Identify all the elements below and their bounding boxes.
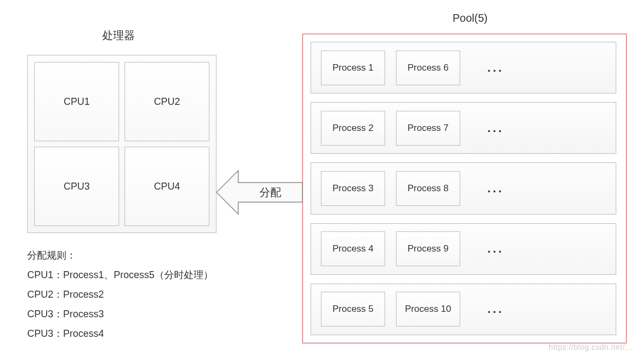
- pool-slot: Process 5 Process 10 ...: [311, 284, 616, 335]
- pool-slot: Process 1 Process 6 ...: [311, 42, 616, 93]
- cpu-container: CPU1 CPU2 CPU3 CPU4: [27, 55, 216, 233]
- cpu-cell: CPU3: [34, 147, 119, 226]
- rules-line: CPU3：Process4: [27, 324, 213, 343]
- watermark-text: https://blog.csdn.net/...: [549, 343, 632, 351]
- rules-line: CPU3：Process3: [27, 304, 213, 324]
- cpu-cell: CPU4: [125, 147, 209, 226]
- cpu-cell: CPU2: [125, 62, 209, 141]
- pool-container: Process 1 Process 6 ... Process 2 Proces…: [302, 34, 627, 343]
- rules-line: CPU2：Process2: [27, 285, 213, 304]
- process-cell: Process 2: [321, 111, 385, 146]
- process-cell: Process 4: [321, 231, 385, 266]
- cpu-cell: CPU1: [34, 62, 119, 141]
- pool-slot: Process 3 Process 8 ...: [311, 162, 616, 214]
- ellipsis-icon: ...: [487, 242, 504, 256]
- ellipsis-icon: ...: [487, 302, 504, 316]
- arrow-label: 分配: [259, 185, 281, 200]
- process-cell: Process 1: [321, 51, 385, 85]
- process-cell: Process 10: [396, 292, 460, 326]
- process-cell: Process 6: [396, 51, 460, 85]
- pool-section-title: Pool(5): [453, 12, 487, 24]
- rules-heading: 分配规则：: [27, 246, 213, 265]
- process-cell: Process 9: [396, 231, 460, 266]
- process-cell: Process 5: [321, 292, 385, 326]
- rules-line: CPU1：Process1、Process5（分时处理）: [27, 265, 213, 285]
- ellipsis-icon: ...: [487, 181, 504, 196]
- pool-slot: Process 4 Process 9 ...: [311, 223, 616, 275]
- assignment-arrow: 分配: [216, 165, 304, 219]
- process-cell: Process 3: [321, 171, 385, 206]
- process-cell: Process 8: [396, 171, 460, 206]
- ellipsis-icon: ...: [487, 61, 504, 75]
- cpu-section-title: 处理器: [102, 28, 135, 43]
- process-cell: Process 7: [396, 111, 460, 146]
- pool-slot: Process 2 Process 7 ...: [311, 102, 616, 154]
- assignment-rules: 分配规则： CPU1：Process1、Process5（分时处理） CPU2：…: [27, 246, 213, 343]
- ellipsis-icon: ...: [487, 121, 504, 135]
